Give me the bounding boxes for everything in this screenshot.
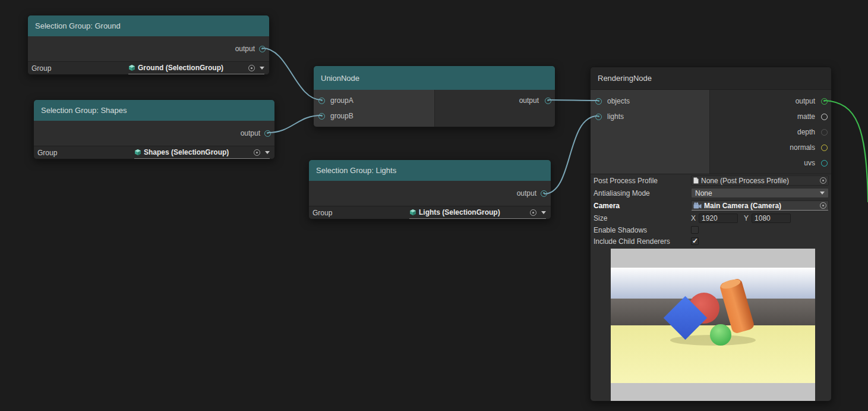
object-picker-icon[interactable]	[820, 202, 826, 209]
input-port-lights[interactable]	[595, 114, 602, 120]
output-port-uvs[interactable]	[821, 160, 828, 167]
object-picker-icon[interactable]	[530, 209, 536, 216]
output-port-label: uvs	[804, 159, 815, 167]
property-row-size: Size X Y	[591, 212, 831, 224]
dropdown-caret-icon[interactable]	[541, 211, 546, 214]
group-object-value: Ground (SelectionGroup)	[138, 64, 223, 72]
group-label: Group	[37, 149, 134, 157]
property-label: Post Process Profile	[594, 177, 691, 185]
property-label: Enable Shadows	[594, 226, 691, 234]
node-selection-group-lights[interactable]: Selection Group: Lights output Group Lig…	[308, 159, 551, 219]
group-object-field[interactable]: Lights (SelectionGroup)	[409, 206, 546, 219]
property-row-antialiasing-mode: Antialiasing Mode None	[591, 187, 831, 199]
object-picker-icon[interactable]	[254, 149, 260, 156]
group-object-field[interactable]: Ground (SelectionGroup)	[128, 62, 264, 74]
output-port-depth[interactable]	[821, 129, 828, 136]
property-row-include-child-renderers: Include Child Renderers	[591, 236, 831, 247]
node-header[interactable]: Selection Group: Lights	[309, 160, 551, 181]
output-port-row: output	[435, 93, 555, 108]
output-port[interactable]	[545, 98, 551, 104]
preview-sky	[611, 268, 815, 299]
group-object-field[interactable]: Shapes (SelectionGroup)	[134, 146, 270, 159]
output-port[interactable]	[259, 46, 266, 52]
node-header[interactable]: Selection Group: Ground	[28, 15, 269, 36]
node-header[interactable]: Selection Group: Shapes	[34, 100, 274, 121]
node-body: groupA groupB output	[314, 90, 555, 127]
group-label: Group	[313, 209, 409, 217]
size-x-label: X	[691, 214, 696, 222]
input-port-label: objects	[607, 97, 630, 105]
property-row-camera: Camera Main Camera (Camera)	[591, 199, 831, 212]
input-port-row-objects: objects	[591, 93, 709, 109]
object-picker-icon[interactable]	[820, 177, 826, 184]
dropdown-caret-icon[interactable]	[265, 151, 270, 154]
camera-preview-panel	[611, 249, 815, 401]
camera-icon	[693, 202, 702, 209]
selection-group-icon	[409, 209, 416, 216]
node-rendering[interactable]: RenderingNode objects lights output	[590, 67, 832, 401]
selection-group-icon	[134, 149, 141, 156]
group-label: Group	[31, 64, 128, 73]
output-port-matte[interactable]	[821, 114, 828, 120]
input-port-groupB[interactable]	[318, 113, 325, 120]
node-selection-group-shapes[interactable]: Selection Group: Shapes output Group Sha…	[33, 99, 275, 159]
size-x-input[interactable]	[699, 214, 738, 223]
input-ports-column: objects lights	[591, 90, 710, 174]
output-port-row-output: output	[710, 93, 831, 109]
property-label: Size	[594, 214, 691, 222]
post-process-profile-value: None (Post Process Profile)	[701, 177, 789, 185]
antialiasing-mode-dropdown[interactable]: None	[691, 188, 829, 198]
ports-section: objects lights output matte depth	[591, 90, 831, 174]
output-port-output[interactable]	[821, 98, 828, 105]
object-picker-icon[interactable]	[248, 65, 255, 71]
input-port-objects[interactable]	[595, 98, 602, 105]
group-property-row: Group Shapes (SelectionGroup)	[34, 146, 274, 159]
output-port-label: normals	[790, 143, 815, 152]
output-port-row: output	[309, 181, 551, 206]
size-y-input[interactable]	[752, 214, 791, 223]
size-y-label: Y	[744, 214, 749, 222]
output-port-row-uvs: uvs	[710, 155, 831, 171]
output-port-normals[interactable]	[821, 145, 828, 151]
output-port-label: output	[519, 96, 539, 105]
document-icon	[693, 177, 699, 184]
node-title: UnionNode	[321, 74, 359, 83]
output-port-row: output	[28, 36, 269, 61]
node-header[interactable]: RenderingNode	[591, 67, 831, 90]
dropdown-caret-icon[interactable]	[260, 67, 264, 70]
include-child-renderers-checkbox[interactable]	[691, 237, 699, 245]
group-property-row: Group Ground (SelectionGroup)	[28, 61, 269, 74]
camera-object-field[interactable]: Main Camera (Camera)	[691, 200, 829, 211]
input-port-row-groupB: groupB	[314, 108, 434, 124]
node-title: Selection Group: Lights	[316, 166, 396, 175]
output-port[interactable]	[541, 190, 547, 197]
property-label: Antialiasing Mode	[594, 189, 691, 197]
node-header[interactable]: UnionNode	[314, 66, 555, 90]
output-port-label: output	[241, 129, 260, 137]
node-title: Selection Group: Ground	[35, 21, 121, 30]
dropdown-caret-icon	[820, 192, 825, 194]
post-process-profile-field[interactable]: None (Post Process Profile)	[691, 175, 829, 186]
input-port-groupA[interactable]	[318, 98, 325, 104]
preview-green-sphere	[710, 324, 731, 346]
output-port-label: output	[796, 97, 815, 105]
output-port-row-depth: depth	[710, 124, 831, 140]
inspector-properties: Post Process Profile None (Post Process …	[591, 174, 831, 247]
output-port-label: output	[235, 45, 255, 53]
input-port-label: lights	[607, 112, 624, 121]
node-graph-canvas[interactable]: Selection Group: Ground output Group Gro…	[0, 0, 868, 411]
group-object-value: Lights (SelectionGroup)	[419, 208, 500, 217]
output-port-label: depth	[797, 128, 815, 136]
input-port-label: groupA	[330, 96, 353, 105]
output-ports-column: output	[435, 90, 555, 127]
group-object-value: Shapes (SelectionGroup)	[144, 148, 229, 156]
output-port[interactable]	[264, 130, 271, 137]
property-label: Camera	[594, 202, 691, 210]
node-union[interactable]: UnionNode groupA groupB output	[313, 65, 555, 127]
property-label: Include Child Renderers	[594, 237, 691, 246]
group-property-row: Group Lights (SelectionGroup)	[309, 206, 551, 219]
render-preview-image	[611, 268, 815, 383]
node-selection-group-ground[interactable]: Selection Group: Ground output Group Gro…	[27, 15, 270, 75]
property-row-post-process-profile: Post Process Profile None (Post Process …	[591, 174, 831, 187]
enable-shadows-checkbox[interactable]	[691, 226, 699, 234]
